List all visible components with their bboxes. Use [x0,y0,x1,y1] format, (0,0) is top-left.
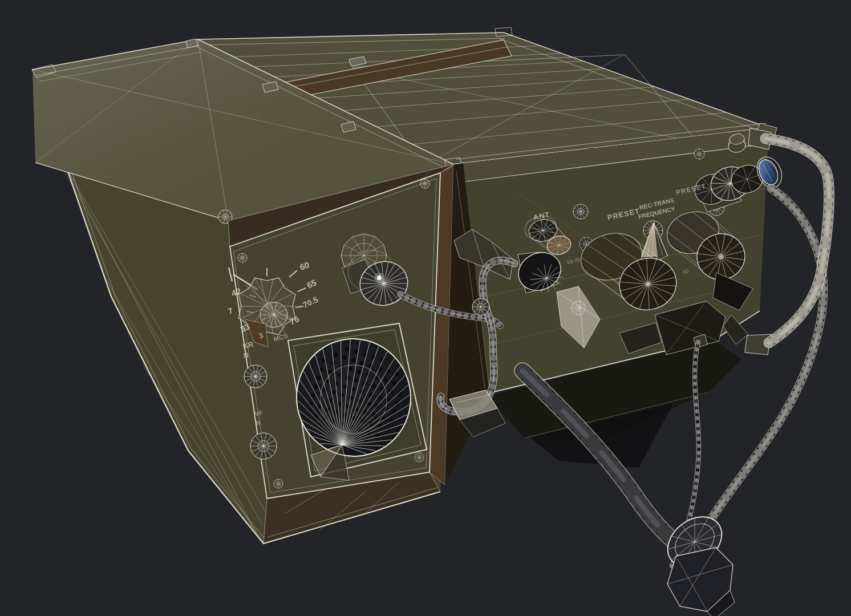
render-viewport: ANT PRESET REC-TRANS FREQUENCY PRESET 53… [0,0,851,616]
panel-label-range-right: 50 [682,268,689,275]
radio-wireframe-render: ANT PRESET REC-TRANS FREQUENCY PRESET 53… [0,0,851,616]
